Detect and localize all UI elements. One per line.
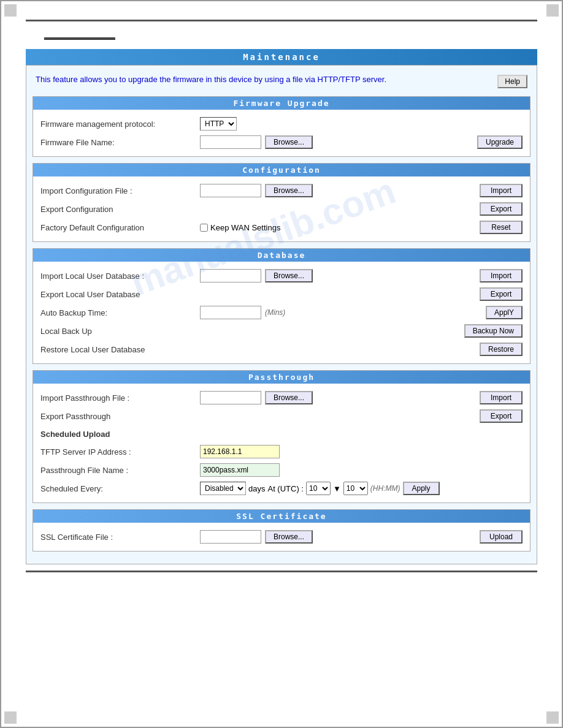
pt-export-input-area: Export bbox=[200, 409, 523, 423]
db-localbackup-row: Local Back Up Backup Now bbox=[40, 322, 523, 340]
database-title: Database bbox=[33, 249, 530, 262]
db-restore-row: Restore Local User Database Restore bbox=[40, 340, 523, 358]
pt-export-label: Export Passthrough bbox=[40, 412, 200, 421]
pt-tftp-row: TFTP Server IP Address : bbox=[40, 442, 523, 461]
corner-decoration-bl bbox=[4, 711, 17, 724]
database-section: Database Import Local User Database : Br… bbox=[33, 248, 530, 364]
pt-import-browse-button[interactable]: Browse... bbox=[265, 391, 313, 404]
passthrough-body: Import Passthrough File : Browse... Impo… bbox=[33, 384, 530, 502]
pt-scheduled-row: Scheduled Every: Disabled Daily Weekly d… bbox=[40, 479, 523, 498]
db-export-row: Export Local User Database Export bbox=[40, 285, 523, 303]
pt-apply-button[interactable]: Apply bbox=[403, 482, 440, 495]
pt-scheduled-upload-label: Scheduled Upload bbox=[40, 430, 200, 439]
firmware-file-input[interactable] bbox=[200, 135, 261, 149]
db-autobackup-apply-button[interactable]: ApplY bbox=[486, 306, 523, 319]
hhmm-label: (HH:MM) bbox=[370, 484, 400, 493]
db-autobackup-row: Auto Backup Time: (Mins) ApplY bbox=[40, 303, 523, 322]
db-backupnow-button[interactable]: Backup Now bbox=[464, 324, 523, 338]
pt-import-label: Import Passthrough File : bbox=[40, 393, 200, 403]
db-export-input-area: Export bbox=[200, 287, 523, 301]
mins-hint: (Mins) bbox=[265, 308, 285, 317]
nav-link[interactable]: ________________ bbox=[44, 29, 115, 40]
firmware-protocol-label: Firmware management protocol: bbox=[40, 119, 200, 129]
pt-filename-input[interactable] bbox=[200, 463, 280, 477]
corner-decoration-tl bbox=[4, 4, 17, 17]
db-import-file-input[interactable] bbox=[200, 269, 261, 282]
pt-export-row: Export Passthrough Export bbox=[40, 407, 523, 425]
db-import-row: Import Local User Database : Browse... I… bbox=[40, 267, 523, 285]
pt-import-file-input[interactable] bbox=[200, 391, 261, 404]
pt-scheduled-select[interactable]: Disabled Daily Weekly bbox=[200, 482, 246, 495]
config-export-label: Export Configuration bbox=[40, 205, 200, 214]
bottom-bar bbox=[26, 571, 537, 572]
db-restore-input-area: Restore bbox=[200, 343, 523, 356]
at-utc-label: At (UTC) : bbox=[267, 484, 304, 493]
db-localbackup-label: Local Back Up bbox=[40, 327, 200, 336]
ssl-upload-button[interactable]: Upload bbox=[480, 530, 523, 544]
pt-filename-input-area bbox=[200, 463, 523, 477]
firmware-protocol-input-area: HTTP TFTP bbox=[200, 117, 523, 131]
ssl-cert-row: SSL Certificate File : Browse... Upload bbox=[40, 528, 523, 546]
firmware-browse-button[interactable]: Browse... bbox=[265, 135, 313, 149]
config-import-label: Import Configuration File : bbox=[40, 186, 200, 195]
config-import-browse-button[interactable]: Browse... bbox=[265, 184, 313, 197]
config-factory-row: Factory Default Configuration Keep WAN S… bbox=[40, 218, 523, 237]
firmware-filename-label: Firmware File Name: bbox=[40, 138, 200, 147]
pt-tftp-input-area bbox=[200, 445, 523, 458]
pt-min-select[interactable]: 10 051520 25303540 455055 bbox=[343, 482, 368, 495]
firmware-protocol-row: Firmware management protocol: HTTP TFTP bbox=[40, 115, 523, 133]
db-autobackup-input[interactable] bbox=[200, 306, 261, 319]
db-import-input-area: Browse... Import bbox=[200, 269, 523, 282]
db-restore-label: Restore Local User Database bbox=[40, 345, 200, 354]
keep-wan-checkbox[interactable] bbox=[200, 224, 208, 232]
config-export-row: Export Configuration Export bbox=[40, 200, 523, 218]
corner-decoration-tr bbox=[546, 4, 559, 17]
help-button[interactable]: Help bbox=[497, 75, 527, 88]
firmware-section: Firmware Upgrade Firmware management pro… bbox=[33, 96, 530, 157]
firmware-upgrade-button[interactable]: Upgrade bbox=[477, 135, 523, 149]
pt-import-row: Import Passthrough File : Browse... Impo… bbox=[40, 389, 523, 407]
db-import-browse-button[interactable]: Browse... bbox=[265, 269, 313, 282]
help-header: This feature allows you to upgrade the f… bbox=[33, 72, 530, 91]
passthrough-section: Passthrough Import Passthrough File : Br… bbox=[33, 370, 530, 503]
firmware-filename-input-area: Browse... Upgrade bbox=[200, 135, 523, 149]
configuration-title: Configuration bbox=[33, 164, 530, 176]
pt-tftp-label: TFTP Server IP Address : bbox=[40, 447, 200, 457]
pt-scheduled-input-area: Disabled Daily Weekly days At (UTC) : 10… bbox=[200, 482, 523, 495]
help-description: This feature allows you to upgrade the f… bbox=[36, 75, 386, 84]
pt-hour-select[interactable]: 10 0123 4567 891112 bbox=[306, 482, 331, 495]
pt-tftp-ip-input[interactable] bbox=[200, 445, 280, 458]
pt-scheduled-header-row: Scheduled Upload bbox=[40, 425, 523, 442]
db-restore-button[interactable]: Restore bbox=[480, 343, 523, 356]
configuration-section: Configuration Import Configuration File … bbox=[33, 163, 530, 242]
firmware-filename-row: Firmware File Name: Browse... Upgrade bbox=[40, 133, 523, 151]
ssl-body: SSL Certificate File : Browse... Upload bbox=[33, 523, 530, 551]
pt-import-button[interactable]: Import bbox=[480, 391, 523, 404]
config-reset-button[interactable]: Reset bbox=[480, 221, 523, 234]
firmware-protocol-select[interactable]: HTTP TFTP bbox=[200, 117, 237, 131]
db-autobackup-label: Auto Backup Time: bbox=[40, 308, 200, 317]
ssl-section: SSL Certificate SSL Certificate File : B… bbox=[33, 509, 530, 552]
page-title: Maintenance bbox=[243, 52, 320, 62]
db-autobackup-input-area: (Mins) ApplY bbox=[200, 306, 523, 319]
config-import-button[interactable]: Import bbox=[480, 184, 523, 197]
config-export-button[interactable]: Export bbox=[480, 202, 523, 216]
firmware-title: Firmware Upgrade bbox=[33, 97, 530, 110]
ssl-cert-file-input[interactable] bbox=[200, 530, 261, 544]
pt-export-button[interactable]: Export bbox=[480, 409, 523, 423]
configuration-body: Import Configuration File : Browse... Im… bbox=[33, 176, 530, 241]
config-factory-label: Factory Default Configuration bbox=[40, 223, 200, 232]
db-import-button[interactable]: Import bbox=[480, 269, 523, 282]
keep-wan-text: Keep WAN Settings bbox=[210, 223, 280, 232]
top-bar bbox=[26, 20, 537, 21]
ssl-browse-button[interactable]: Browse... bbox=[265, 530, 313, 544]
ssl-cert-input-area: Browse... Upload bbox=[200, 530, 523, 544]
passthrough-title: Passthrough bbox=[33, 371, 530, 384]
db-export-button[interactable]: Export bbox=[480, 287, 523, 301]
config-import-file-input[interactable] bbox=[200, 184, 261, 197]
days-label: days bbox=[248, 484, 265, 493]
keep-wan-label: Keep WAN Settings bbox=[200, 223, 280, 232]
ssl-title: SSL Certificate bbox=[33, 510, 530, 523]
pt-filename-row: Passthrough File Name : bbox=[40, 461, 523, 479]
db-import-label: Import Local User Database : bbox=[40, 271, 200, 281]
